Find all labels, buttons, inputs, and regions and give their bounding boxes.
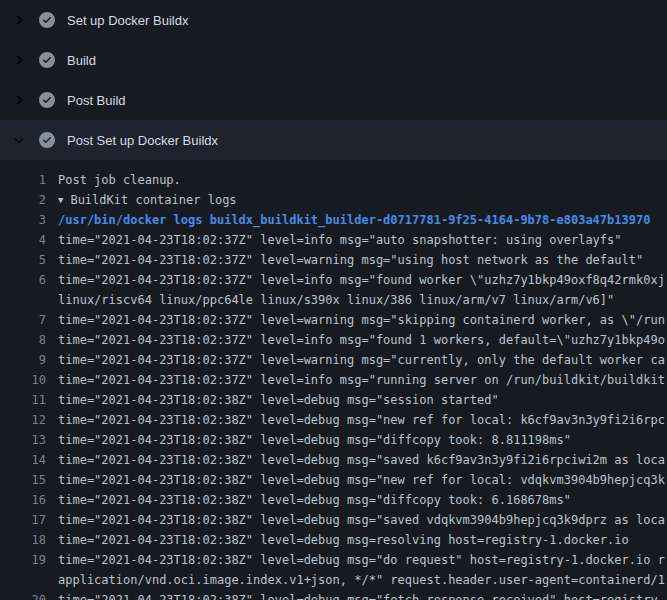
actions-log-viewer: Set up Docker BuildxBuildPost BuildPost … <box>0 0 667 600</box>
log-line: 13time="2021-04-23T18:02:38Z" level=debu… <box>0 430 667 450</box>
log-text: time="2021-04-23T18:02:37Z" level=info m… <box>58 230 622 250</box>
log-line: 5time="2021-04-23T18:02:37Z" level=warni… <box>0 250 667 270</box>
log-text: time="2021-04-23T18:02:38Z" level=debug … <box>58 450 665 470</box>
line-number[interactable]: 1 <box>0 170 46 190</box>
step-header-build[interactable]: Build <box>0 40 667 80</box>
log-text: time="2021-04-23T18:02:38Z" level=debug … <box>58 490 571 510</box>
log-text: time="2021-04-23T18:02:38Z" level=debug … <box>58 390 499 410</box>
chevron-down-icon[interactable] <box>12 133 26 147</box>
log-text[interactable]: ▼BuildKit container logs <box>58 190 237 210</box>
chevron-right-icon[interactable] <box>12 13 26 27</box>
log-line-command: 3/usr/bin/docker logs buildx_buildkit_bu… <box>0 210 667 230</box>
log-line: 18time="2021-04-23T18:02:38Z" level=debu… <box>0 530 667 550</box>
log-line: 9time="2021-04-23T18:02:37Z" level=warni… <box>0 350 667 370</box>
log-text: time="2021-04-23T18:02:37Z" level=warnin… <box>58 310 665 330</box>
line-number[interactable]: 3 <box>0 210 46 230</box>
log-line: 19time="2021-04-23T18:02:38Z" level=debu… <box>0 550 667 570</box>
log-text: time="2021-04-23T18:02:38Z" level=debug … <box>58 430 571 450</box>
line-number[interactable]: 7 <box>0 310 46 330</box>
log-command-text[interactable]: /usr/bin/docker logs buildx_buildkit_bui… <box>58 210 650 230</box>
log-line: 16time="2021-04-23T18:02:38Z" level=debu… <box>0 490 667 510</box>
chevron-right-icon[interactable] <box>12 93 26 107</box>
line-number[interactable]: 10 <box>0 370 46 390</box>
line-number[interactable]: 12 <box>0 410 46 430</box>
log-line: 17time="2021-04-23T18:02:38Z" level=debu… <box>0 510 667 530</box>
log-line-group: 2▼BuildKit container logs <box>0 190 667 210</box>
success-check-icon <box>39 52 55 68</box>
log-text: application/vnd.oci.image.index.v1+json,… <box>58 570 667 590</box>
log-line: 14time="2021-04-23T18:02:38Z" level=debu… <box>0 450 667 470</box>
log-text: time="2021-04-23T18:02:37Z" level=warnin… <box>58 250 643 270</box>
log-text: time="2021-04-23T18:02:37Z" level=info m… <box>58 370 665 390</box>
line-number[interactable]: 15 <box>0 470 46 490</box>
success-check-icon <box>39 12 55 28</box>
line-number[interactable]: 11 <box>0 390 46 410</box>
log-text: Post job cleanup. <box>58 170 181 190</box>
log-line: application/vnd.oci.image.index.v1+json,… <box>0 570 667 590</box>
log-line: 8time="2021-04-23T18:02:37Z" level=info … <box>0 330 667 350</box>
success-check-icon <box>39 92 55 108</box>
line-number[interactable]: 13 <box>0 430 46 450</box>
group-expand-icon[interactable]: ▼ <box>58 190 63 210</box>
step-header-set-up-docker-buildx[interactable]: Set up Docker Buildx <box>0 0 667 40</box>
line-number[interactable]: 8 <box>0 330 46 350</box>
line-number[interactable]: 5 <box>0 250 46 270</box>
line-number <box>0 290 46 310</box>
group-title[interactable]: BuildKit container logs <box>70 193 236 207</box>
log-line: linux/riscv64 linux/ppc64le linux/s390x … <box>0 290 667 310</box>
line-number[interactable]: 16 <box>0 490 46 510</box>
log-text: time="2021-04-23T18:02:37Z" level=info m… <box>58 270 665 290</box>
log-text: time="2021-04-23T18:02:38Z" level=debug … <box>58 530 629 550</box>
log-text: time="2021-04-23T18:02:38Z" level=debug … <box>58 510 665 530</box>
line-number[interactable]: 4 <box>0 230 46 250</box>
line-number[interactable]: 19 <box>0 550 46 570</box>
step-label: Build <box>67 53 96 68</box>
log-line: 4time="2021-04-23T18:02:37Z" level=info … <box>0 230 667 250</box>
log-line: 10time="2021-04-23T18:02:37Z" level=info… <box>0 370 667 390</box>
success-check-icon <box>39 132 55 148</box>
step-label: Post Set up Docker Buildx <box>67 133 218 148</box>
line-number[interactable]: 2 <box>0 190 46 210</box>
log-line: 15time="2021-04-23T18:02:38Z" level=debu… <box>0 470 667 490</box>
step-header-post-build[interactable]: Post Build <box>0 80 667 120</box>
log-text: linux/riscv64 linux/ppc64le linux/s390x … <box>58 290 614 310</box>
log-text: time="2021-04-23T18:02:38Z" level=debug … <box>58 550 665 570</box>
line-number[interactable]: 17 <box>0 510 46 530</box>
step-header-post-set-up-docker-buildx[interactable]: Post Set up Docker Buildx <box>0 120 667 160</box>
log-text: time="2021-04-23T18:02:37Z" level=warnin… <box>58 350 665 370</box>
log-text: time="2021-04-23T18:02:38Z" level=debug … <box>58 590 658 600</box>
line-number[interactable]: 9 <box>0 350 46 370</box>
line-number[interactable]: 20 <box>0 590 46 600</box>
log-container: 1Post job cleanup.2▼BuildKit container l… <box>0 160 667 600</box>
line-number[interactable]: 14 <box>0 450 46 470</box>
log-line: 1Post job cleanup. <box>0 170 667 190</box>
log-line: 11time="2021-04-23T18:02:38Z" level=debu… <box>0 390 667 410</box>
log-line: 6time="2021-04-23T18:02:37Z" level=info … <box>0 270 667 290</box>
line-number[interactable]: 18 <box>0 530 46 550</box>
steps-list: Set up Docker BuildxBuildPost BuildPost … <box>0 0 667 160</box>
log-text: time="2021-04-23T18:02:37Z" level=info m… <box>58 330 665 350</box>
chevron-right-icon[interactable] <box>12 53 26 67</box>
log-line: 12time="2021-04-23T18:02:38Z" level=debu… <box>0 410 667 430</box>
log-text: time="2021-04-23T18:02:38Z" level=debug … <box>58 410 665 430</box>
log-line: 7time="2021-04-23T18:02:37Z" level=warni… <box>0 310 667 330</box>
step-label: Post Build <box>67 93 126 108</box>
log-line: 20time="2021-04-23T18:02:38Z" level=debu… <box>0 590 667 600</box>
line-number <box>0 570 46 590</box>
line-number[interactable]: 6 <box>0 270 46 290</box>
step-label: Set up Docker Buildx <box>67 13 188 28</box>
log-text: time="2021-04-23T18:02:38Z" level=debug … <box>58 470 665 490</box>
